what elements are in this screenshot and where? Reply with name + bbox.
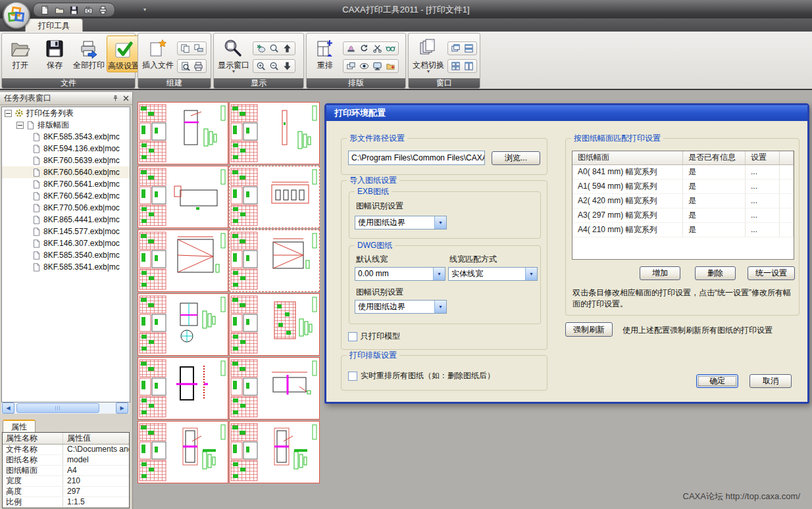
frame-match-table[interactable]: 图纸幅面是否已有信息设置A0( 841 mm) 幅宽系列是...A1( 594 … bbox=[572, 151, 794, 260]
tree-file-item[interactable]: 8KF.145.577.exb|moc bbox=[2, 226, 130, 237]
checkbox-icon[interactable] bbox=[348, 332, 357, 341]
ribbon-icon-stamp[interactable] bbox=[346, 43, 356, 53]
scroll-left-icon[interactable]: ◀ bbox=[2, 402, 14, 414]
ribbon-icon-zoom-out[interactable] bbox=[269, 61, 279, 71]
tree-file-item[interactable]: 8KF.146.307.exb|moc bbox=[2, 237, 130, 249]
close-icon[interactable] bbox=[119, 95, 130, 102]
sheet-preview[interactable] bbox=[229, 357, 320, 420]
force-refresh-button[interactable]: 强制刷新 bbox=[565, 322, 613, 337]
tab-print-tools[interactable]: 打印工具 bbox=[25, 18, 83, 32]
ribbon-icon-arrow-up[interactable] bbox=[282, 43, 292, 53]
ribbon-button-rearrange[interactable]: 重排 bbox=[309, 36, 342, 71]
match-table-row[interactable]: A2( 420 mm) 幅宽系列是... bbox=[572, 194, 794, 208]
linewidth-match-select[interactable]: 实体线宽 ▼ bbox=[448, 267, 538, 281]
ribbon-icon-tile-v[interactable] bbox=[464, 61, 474, 71]
tree-file-item[interactable]: 8KF.585.3540.exb|mc bbox=[2, 249, 130, 261]
ribbon-icon-tile-grid[interactable] bbox=[451, 61, 461, 71]
sheet-preview[interactable] bbox=[138, 421, 228, 483]
ribbon-button-insert-file[interactable]: 插入文件 bbox=[140, 36, 176, 71]
sheet-preview[interactable] bbox=[229, 102, 320, 164]
print-model-only-checkbox[interactable]: 只打印模型 bbox=[348, 331, 400, 342]
chevron-down-icon[interactable]: ▼ bbox=[525, 268, 537, 280]
ribbon-icon-monitor[interactable] bbox=[372, 61, 382, 71]
ok-button[interactable]: 确定 bbox=[696, 374, 738, 388]
qat-snapshot-button[interactable] bbox=[84, 5, 93, 15]
unified-settings-button[interactable]: 统一设置 bbox=[748, 266, 795, 280]
scroll-right-icon[interactable]: ▶ bbox=[116, 402, 128, 414]
dwg-frame-select[interactable]: 使用图纸边界 ▼ bbox=[355, 300, 447, 314]
chevron-down-icon[interactable]: ▼ bbox=[434, 301, 446, 313]
qat-open-folder-button[interactable] bbox=[55, 5, 64, 15]
qat-print-button[interactable] bbox=[98, 5, 108, 15]
tree-file-item[interactable]: 8KF.760.5641.exb|mc bbox=[2, 178, 130, 190]
sheet-preview[interactable] bbox=[138, 102, 228, 164]
ribbon-icon-folder-add[interactable] bbox=[386, 61, 395, 71]
browse-button[interactable]: 浏览... bbox=[492, 151, 540, 165]
realtime-rearrange-checkbox[interactable]: 实时重排所有图纸（如：删除图纸后） bbox=[348, 370, 495, 381]
match-table-row[interactable]: A4( 210 mm) 幅宽系列是... bbox=[572, 223, 794, 237]
sheet-preview[interactable] bbox=[138, 357, 228, 420]
delete-button[interactable]: 删除 bbox=[695, 266, 736, 280]
chevron-down-icon[interactable]: ▼ bbox=[433, 268, 445, 280]
tree-node-layout[interactable]: 排版幅面 bbox=[2, 119, 130, 131]
tree-file-item[interactable]: 8KF.760.5640.exb|mc bbox=[2, 166, 130, 178]
tree-file-item[interactable]: 8KF.585.3543.exb|mc bbox=[2, 131, 130, 143]
ribbon-icon-pan[interactable] bbox=[256, 43, 266, 53]
ribbon-icon-cascade[interactable] bbox=[451, 43, 461, 53]
match-table-row[interactable]: A1( 594 mm) 幅宽系列是... bbox=[572, 180, 794, 194]
ribbon-icon-rotate[interactable] bbox=[359, 43, 369, 53]
tree-root[interactable]: 打印任务列表 bbox=[2, 107, 130, 119]
sheet-preview[interactable] bbox=[138, 166, 228, 228]
default-linewidth-select[interactable]: 0.00 mm ▼ bbox=[355, 267, 445, 281]
app-logo-button[interactable] bbox=[3, 1, 30, 29]
qat-dropdown-caret[interactable]: ▾ bbox=[143, 7, 146, 12]
ribbon-button-show-window[interactable]: 显示窗口▼ bbox=[216, 36, 251, 75]
ribbon-button-open[interactable]: 打开 bbox=[4, 36, 37, 71]
collapse-icon[interactable] bbox=[5, 110, 12, 117]
ribbon-icon-arrow-down[interactable] bbox=[282, 61, 292, 71]
sheet-preview[interactable] bbox=[138, 293, 228, 356]
ribbon-icon-preview-page[interactable] bbox=[180, 61, 190, 71]
qat-save-button[interactable] bbox=[69, 5, 79, 15]
qat-new-doc-button[interactable] bbox=[40, 5, 50, 15]
tree-file-item[interactable]: 8KF.760.5642.exb|mc bbox=[2, 190, 130, 202]
chevron-down-icon[interactable]: ▼ bbox=[434, 216, 446, 229]
ribbon-button-doc-switch[interactable]: 文档切换▼ bbox=[411, 36, 446, 75]
ribbon-icon-scissors[interactable] bbox=[372, 43, 382, 53]
ribbon-icon-glasses[interactable] bbox=[386, 43, 395, 53]
ribbon-icon-zoom-in[interactable] bbox=[256, 61, 266, 71]
pin-icon[interactable] bbox=[109, 95, 119, 102]
sheet-preview[interactable] bbox=[229, 230, 320, 292]
ribbon-icon-print-pages[interactable] bbox=[193, 43, 203, 53]
ribbon-icon-tile-h[interactable] bbox=[464, 43, 474, 53]
sheet-preview[interactable] bbox=[229, 166, 320, 228]
cancel-button[interactable]: 取消 bbox=[749, 374, 792, 388]
tree-horizontal-scrollbar[interactable]: ◀ ▶ bbox=[1, 402, 129, 414]
collapse-icon[interactable] bbox=[16, 122, 24, 129]
sheet-preview[interactable] bbox=[229, 421, 320, 483]
sheet-preview[interactable] bbox=[229, 293, 320, 356]
ribbon-icon-zoom[interactable] bbox=[269, 43, 279, 53]
shape-file-path-input[interactable]: C:\Program Files\Common Files\CAXA Sha bbox=[348, 151, 485, 165]
ribbon-icon-eye[interactable] bbox=[359, 61, 369, 71]
match-table-row[interactable]: A0( 841 mm) 幅宽系列是... bbox=[572, 165, 794, 180]
checkbox-icon[interactable] bbox=[348, 372, 357, 381]
tab-properties[interactable]: 属性 bbox=[3, 420, 36, 433]
ribbon-icon-overlap[interactable] bbox=[346, 61, 356, 71]
tree-file-item[interactable]: 8KF.594.136.exb|moc bbox=[2, 143, 130, 155]
tree-file-item[interactable]: 8KF.760.5639.exb|mc bbox=[2, 155, 130, 166]
match-table-row[interactable]: A3( 297 mm) 幅宽系列是... bbox=[572, 208, 794, 223]
scroll-thumb[interactable] bbox=[16, 403, 99, 413]
ribbon-icon-copy-page[interactable] bbox=[180, 43, 190, 53]
tree-file-item[interactable]: 8KF.770.506.exb|moc bbox=[2, 202, 130, 214]
sheet-preview[interactable] bbox=[138, 230, 228, 292]
ribbon-button-advanced[interactable]: 高级设置 bbox=[107, 36, 141, 72]
tree-file-item[interactable]: 8KF.585.3541.exb|mc bbox=[2, 261, 130, 273]
ribbon-icon-printer-small[interactable] bbox=[193, 61, 203, 71]
ribbon-button-print-all[interactable]: 全部打印 bbox=[72, 36, 105, 71]
caxa-forum-link[interactable]: CAXA论坛 http://top.caxa.com/ bbox=[683, 491, 800, 502]
exb-frame-select[interactable]: 使用图纸边界 ▼ bbox=[355, 216, 447, 230]
tree-file-item[interactable]: 8KF.865.4441.exb|mc bbox=[2, 214, 130, 226]
add-button[interactable]: 增加 bbox=[640, 266, 680, 280]
ribbon-button-save-big[interactable]: 保存 bbox=[38, 36, 71, 71]
